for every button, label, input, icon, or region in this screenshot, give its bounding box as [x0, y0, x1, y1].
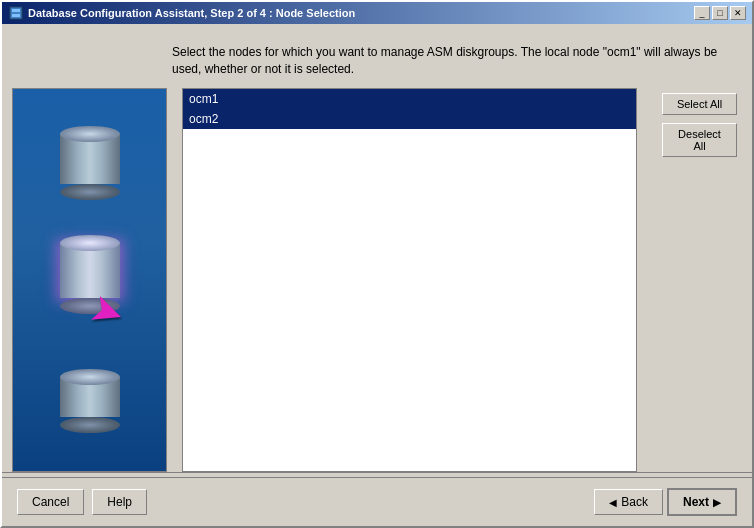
app-icon — [8, 5, 24, 21]
cyl-top-cap — [60, 126, 120, 142]
list-item[interactable]: ocm1 — [183, 89, 636, 109]
button-bar-left: Cancel Help — [17, 489, 147, 515]
back-arrow-icon: ◀ — [609, 497, 617, 508]
svg-rect-2 — [12, 14, 20, 17]
button-bar-right: ◀ Back Next ▶ — [594, 488, 737, 516]
svg-rect-0 — [10, 7, 22, 19]
cylinder-graphic-top — [60, 126, 120, 200]
select-all-button[interactable]: Select All — [662, 93, 737, 115]
cylinder-graphic-bottom — [60, 369, 120, 433]
cyl-bottom-cap — [60, 184, 120, 200]
image-panel: ➤ — [12, 88, 167, 472]
description-label: Select the nodes for which you want to m… — [172, 45, 717, 76]
title-bar-left: Database Configuration Assistant, Step 2… — [8, 5, 355, 21]
main-window: Database Configuration Assistant, Step 2… — [0, 0, 754, 528]
cylinder-bottom — [60, 369, 120, 433]
back-label: Back — [621, 495, 648, 509]
list-area: ocm1 ocm2 — [167, 88, 652, 472]
back-button[interactable]: ◀ Back — [594, 489, 663, 515]
node-list[interactable]: ocm1 ocm2 — [182, 88, 637, 472]
title-bar-buttons: _ □ ✕ — [694, 6, 746, 20]
content-area: Select the nodes for which you want to m… — [2, 24, 752, 526]
title-bar: Database Configuration Assistant, Step 2… — [2, 2, 752, 24]
next-button[interactable]: Next ▶ — [667, 488, 737, 516]
cyl-bot-bottom — [60, 417, 120, 433]
window-title: Database Configuration Assistant, Step 2… — [28, 7, 355, 19]
cylinder-top — [60, 126, 120, 200]
minimize-button[interactable]: _ — [694, 6, 710, 20]
close-button[interactable]: ✕ — [730, 6, 746, 20]
next-label: Next — [683, 495, 709, 509]
next-arrow-icon: ▶ — [713, 497, 721, 508]
side-buttons: Select All Deselect All — [652, 88, 742, 472]
list-item[interactable]: ocm2 — [183, 109, 636, 129]
svg-rect-1 — [12, 9, 20, 12]
cylinder-middle: ➤ — [60, 235, 120, 314]
deselect-all-button[interactable]: Deselect All — [662, 123, 737, 157]
maximize-button[interactable]: □ — [712, 6, 728, 20]
main-area: ➤ ocm1 ocm2 — [2, 88, 752, 472]
cancel-button[interactable]: Cancel — [17, 489, 84, 515]
help-button[interactable]: Help — [92, 489, 147, 515]
description-text: Select the nodes for which you want to m… — [2, 24, 752, 88]
button-bar: Cancel Help ◀ Back Next ▶ — [2, 477, 752, 526]
separator — [2, 472, 752, 473]
